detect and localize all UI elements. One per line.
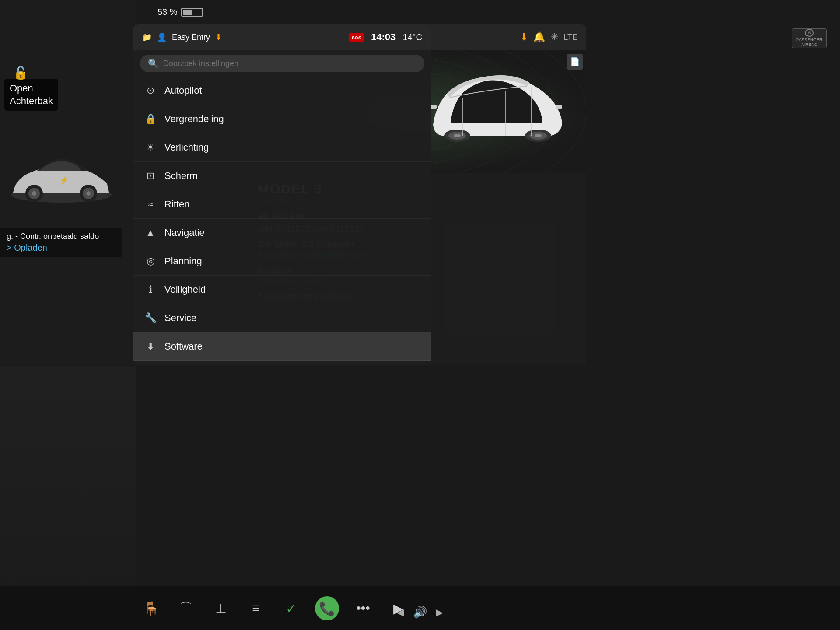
- svg-point-22: [535, 134, 542, 137]
- service-label: Service: [164, 312, 196, 324]
- veiligheid-label: Veiligheid: [164, 284, 206, 295]
- download-indicator: ⬇: [215, 32, 222, 42]
- more-icon[interactable]: •••: [352, 597, 374, 619]
- menu-item-planning[interactable]: ◎Planning: [133, 247, 431, 276]
- battery-fill: [183, 10, 192, 15]
- settings-panel: 📁 👤 Easy Entry ⬇ sos 14:03 14°C 🔍 ⊙Autop…: [133, 24, 431, 365]
- phone-icon[interactable]: 📞: [315, 596, 339, 620]
- svg-point-6: [86, 191, 91, 196]
- ritten-icon: ≈: [144, 199, 157, 210]
- settings-topbar-left: 📁 👤 Easy Entry ⬇: [142, 32, 222, 42]
- search-icon: 🔍: [148, 58, 159, 69]
- svg-text:⚡: ⚡: [59, 175, 69, 185]
- floor-heat-icon[interactable]: ⊥: [210, 597, 232, 619]
- search-input[interactable]: [163, 59, 416, 68]
- menu-item-wifi[interactable]: 📶Wifi: [133, 361, 431, 365]
- ritten-label: Ritten: [164, 199, 189, 210]
- menu-item-software[interactable]: ⬇Software: [133, 332, 431, 361]
- open-trunk-line1: Open: [10, 82, 53, 95]
- download-icon: ⬇: [520, 32, 528, 43]
- temp-display: 14°C: [402, 32, 422, 42]
- wiper-icon[interactable]: ⌒: [175, 597, 197, 619]
- svg-rect-15: [430, 105, 437, 108]
- open-trunk-label[interactable]: Open Achterbak: [4, 79, 58, 111]
- settings-topbar: 📁 👤 Easy Entry ⬇ sos 14:03 14°C: [133, 24, 431, 50]
- search-bar[interactable]: 🔍: [140, 55, 424, 72]
- autopilot-icon: ⊙: [144, 85, 157, 96]
- settings-topbar-right: sos 14:03 14°C: [349, 32, 422, 43]
- volume-area: ◀ 🔊 ▶: [397, 606, 443, 619]
- menu-item-autopilot[interactable]: ⊙Autopilot: [133, 77, 431, 105]
- bluetooth-icon: ✳: [550, 32, 558, 43]
- svg-point-19: [454, 134, 461, 137]
- airbag-badge: ⊙ PASSENGER AIRBAG: [792, 28, 827, 48]
- left-panel: ⚡ Open Achterbak 🔓 g. - Contr. onbetaald…: [0, 0, 136, 368]
- menu-item-verlichting[interactable]: ☀Verlichting: [133, 133, 431, 162]
- svg-point-3: [32, 191, 36, 196]
- profile-label: Easy Entry: [172, 33, 210, 42]
- battery-status: 53 %: [158, 7, 203, 17]
- scherm-label: Scherm: [164, 170, 198, 182]
- vergrendeling-icon: 🔒: [144, 113, 157, 125]
- software-label: Software: [164, 341, 203, 352]
- sos-badge: sos: [349, 33, 364, 42]
- lte-icon: LTE: [564, 33, 578, 42]
- service-icon: 🔧: [144, 312, 157, 324]
- airbag-icon: ⊙: [805, 29, 814, 37]
- status-bar: 53 %: [0, 0, 840, 24]
- veiligheid-icon: ℹ: [144, 284, 157, 295]
- open-trunk-line2: Achterbak: [10, 95, 53, 108]
- lock-icon: 🔓: [13, 66, 28, 80]
- menu-item-veiligheid[interactable]: ℹVeiligheid: [133, 276, 431, 304]
- airbag-text-line2: AIRBAG: [801, 42, 817, 48]
- charging-text: g. - Contr. onbetaald saldo: [7, 232, 116, 241]
- planning-label: Planning: [164, 256, 202, 267]
- info-topbar-right: ⬇ 🔔 ✳ LTE: [520, 32, 578, 43]
- planning-icon: ◎: [144, 256, 157, 267]
- menu-list: ⊙Autopilot🔒Vergrendeling☀Verlichting⊡Sch…: [133, 77, 431, 365]
- svg-rect-16: [556, 105, 562, 108]
- scherm-icon: ⊡: [144, 170, 157, 182]
- navigatie-icon: ▲: [144, 227, 157, 238]
- menu-item-navigatie[interactable]: ▲Navigatie: [133, 219, 431, 247]
- menu-item-scherm[interactable]: ⊡Scherm: [133, 162, 431, 190]
- volume-right-icon[interactable]: ▶: [436, 607, 443, 618]
- software-icon: ⬇: [144, 341, 157, 352]
- airbag-text-line1: PASSENGER: [796, 38, 822, 43]
- volume-left-icon[interactable]: ◀: [397, 607, 404, 618]
- car-side-view: ⚡: [4, 153, 118, 206]
- battery-percent: 53 %: [158, 7, 178, 17]
- bell-icon: 🔔: [533, 32, 545, 43]
- volume-icon[interactable]: 🔊: [413, 606, 427, 619]
- seat-heat-left-icon[interactable]: 🪑: [140, 597, 162, 619]
- menu-item-service[interactable]: 🔧Service: [133, 304, 431, 332]
- profile-icon: 👤: [157, 32, 167, 42]
- vergrendeling-label: Vergrendeling: [164, 113, 224, 125]
- verlichting-icon: ☀: [144, 142, 157, 153]
- autopilot-label: Autopilot: [164, 85, 202, 96]
- check-icon[interactable]: ✓: [280, 597, 302, 619]
- rear-heat-icon[interactable]: ≡: [245, 597, 267, 619]
- doc-icon[interactable]: 📄: [567, 54, 583, 70]
- charging-sub: > Opladen: [7, 243, 116, 253]
- charging-info[interactable]: g. - Contr. onbetaald saldo > Opladen: [0, 228, 122, 257]
- menu-item-ritten[interactable]: ≈Ritten: [133, 190, 431, 219]
- verlichting-label: Verlichting: [164, 142, 209, 153]
- navigatie-label: Navigatie: [164, 227, 205, 238]
- taskbar: 🪑 ⌒ ⊥ ≡ ✓ 📞 ••• ▶ ◀ 🔊 ▶: [0, 586, 840, 630]
- time-display: 14:03: [371, 32, 396, 43]
- folder-icon: 📁: [142, 32, 152, 42]
- battery-bar: [181, 8, 203, 17]
- menu-item-vergrendeling[interactable]: 🔒Vergrendeling: [133, 105, 431, 133]
